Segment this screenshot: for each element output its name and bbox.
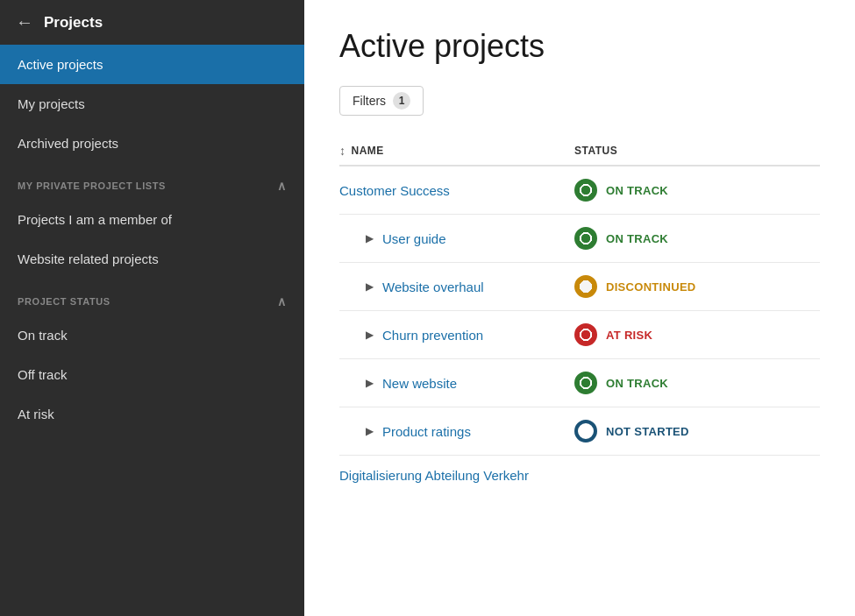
table-row: ▶User guideON TRACK bbox=[339, 215, 820, 263]
sidebar-item-on-track[interactable]: On track bbox=[0, 315, 304, 355]
sidebar-item-active-projects[interactable]: Active projects bbox=[0, 45, 304, 84]
project-name-col: ▶Product ratings bbox=[339, 424, 574, 439]
status-dot-icon bbox=[574, 420, 597, 443]
sidebar-title: Projects bbox=[44, 14, 103, 32]
filters-button[interactable]: Filters 1 bbox=[339, 86, 424, 116]
expand-arrow-icon[interactable]: ▶ bbox=[366, 232, 374, 244]
project-table: Customer SuccessON TRACK▶User guideON TR… bbox=[339, 166, 820, 495]
project-name-col: ▶Website overhaul bbox=[339, 280, 574, 294]
private-lists-label: MY PRIVATE PROJECT LISTS bbox=[18, 181, 166, 191]
project-name-col: Digitalisierung Abteilung Verkehr bbox=[339, 468, 574, 483]
sidebar-item-at-risk[interactable]: At risk bbox=[0, 394, 304, 434]
sidebar: ← Projects Active projects My projects A… bbox=[0, 0, 304, 616]
project-name-link[interactable]: Website overhaul bbox=[382, 280, 484, 294]
filters-bar: Filters 1 bbox=[339, 86, 820, 116]
filters-count-badge: 1 bbox=[393, 92, 410, 110]
project-name-link[interactable]: Churn prevention bbox=[382, 328, 483, 343]
project-name-link[interactable]: New website bbox=[382, 376, 457, 391]
sort-icon[interactable]: ↕ bbox=[339, 144, 346, 158]
project-name-col: Customer Success bbox=[339, 183, 574, 198]
status-label: NOT STARTED bbox=[606, 425, 689, 438]
sidebar-item-my-projects[interactable]: My projects bbox=[0, 84, 304, 124]
status-label: DISCONTINUED bbox=[606, 280, 696, 294]
filters-label: Filters bbox=[353, 94, 386, 108]
sidebar-header: ← Projects bbox=[0, 0, 304, 45]
status-label: ON TRACK bbox=[606, 184, 668, 197]
project-name-link[interactable]: Digitalisierung Abteilung Verkehr bbox=[339, 468, 529, 483]
table-row: Customer SuccessON TRACK bbox=[339, 166, 820, 215]
expand-arrow-icon[interactable]: ▶ bbox=[366, 280, 374, 293]
status-label: ON TRACK bbox=[606, 377, 668, 390]
status-dot-icon bbox=[574, 179, 597, 202]
sidebar-item-archived-projects[interactable]: Archived projects bbox=[0, 124, 304, 163]
project-status-col: ON TRACK bbox=[574, 227, 820, 250]
expand-arrow-icon[interactable]: ▶ bbox=[366, 425, 374, 437]
project-name-link[interactable]: User guide bbox=[382, 231, 446, 246]
col-name-label: NAME bbox=[352, 145, 384, 157]
back-arrow-icon[interactable]: ← bbox=[16, 12, 33, 32]
expand-arrow-icon[interactable]: ▶ bbox=[366, 377, 374, 389]
status-dot-icon bbox=[574, 372, 597, 394]
project-status-section-header: PROJECT STATUS ∧ bbox=[0, 279, 304, 315]
project-name-col: ▶User guide bbox=[339, 231, 574, 246]
expand-arrow-icon[interactable]: ▶ bbox=[366, 329, 374, 341]
status-label: ON TRACK bbox=[606, 232, 668, 245]
project-status-label: PROJECT STATUS bbox=[18, 296, 110, 307]
project-name-link[interactable]: Product ratings bbox=[382, 424, 471, 439]
table-row: Digitalisierung Abteilung Verkehr bbox=[339, 456, 820, 495]
project-status-col: DISCONTINUED bbox=[574, 275, 820, 298]
page-title: Active projects bbox=[339, 28, 820, 65]
project-status-col: ON TRACK bbox=[574, 179, 820, 202]
project-name-col: ▶Churn prevention bbox=[339, 328, 574, 343]
project-status-col: NOT STARTED bbox=[574, 420, 820, 443]
status-dot-icon bbox=[574, 227, 597, 250]
status-dot-icon bbox=[574, 323, 597, 346]
status-label: AT RISK bbox=[606, 329, 652, 342]
table-row: ▶Website overhaulDISCONTINUED bbox=[339, 263, 820, 311]
sidebar-item-off-track[interactable]: Off track bbox=[0, 355, 304, 394]
project-name-link[interactable]: Customer Success bbox=[339, 183, 450, 198]
project-status-col: AT RISK bbox=[574, 323, 820, 346]
table-row: ▶Product ratingsNOT STARTED bbox=[339, 407, 820, 456]
private-lists-chevron-icon[interactable]: ∧ bbox=[277, 179, 287, 193]
status-dot-icon bbox=[574, 275, 597, 298]
project-status-col: ON TRACK bbox=[574, 372, 820, 394]
sidebar-item-member-projects[interactable]: Projects I am a member of bbox=[0, 200, 304, 239]
private-lists-section-header: MY PRIVATE PROJECT LISTS ∧ bbox=[0, 163, 304, 200]
table-row: ▶Churn preventionAT RISK bbox=[339, 311, 820, 359]
table-row: ▶New websiteON TRACK bbox=[339, 359, 820, 407]
table-header: ↕ NAME STATUS bbox=[339, 137, 820, 166]
sidebar-item-website-projects[interactable]: Website related projects bbox=[0, 239, 304, 279]
project-status-chevron-icon[interactable]: ∧ bbox=[277, 294, 287, 308]
main-content: Active projects Filters 1 ↕ NAME STATUS … bbox=[304, 0, 855, 616]
col-status-header: STATUS bbox=[574, 145, 820, 157]
col-name-header: ↕ NAME bbox=[339, 144, 574, 158]
project-name-col: ▶New website bbox=[339, 376, 574, 391]
